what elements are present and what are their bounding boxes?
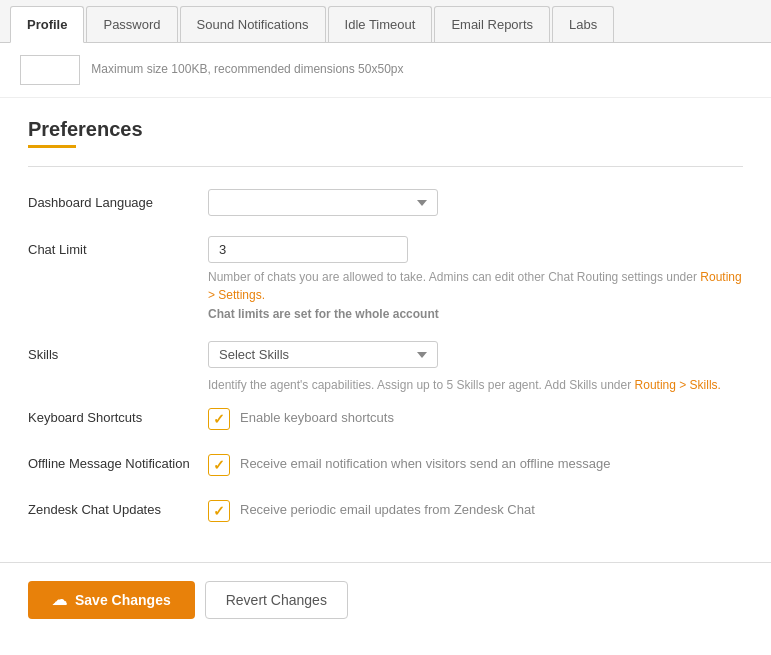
- offline-message-checkbox[interactable]: ✓: [208, 454, 230, 476]
- zendesk-updates-checkbox[interactable]: ✓: [208, 500, 230, 522]
- cloud-icon: ☁: [52, 591, 67, 609]
- chat-limit-field: Number of chats you are allowed to take.…: [208, 236, 743, 321]
- section-underline: [28, 145, 76, 148]
- zendesk-updates-row: Zendesk Chat Updates ✓ Receive periodic …: [28, 496, 743, 522]
- zendesk-updates-field: ✓ Receive periodic email updates from Ze…: [208, 496, 743, 522]
- revert-button[interactable]: Revert Changes: [205, 581, 348, 619]
- offline-message-field: ✓ Receive email notification when visito…: [208, 450, 743, 476]
- zendesk-updates-checkbox-row: ✓ Receive periodic email updates from Ze…: [208, 496, 743, 522]
- dashboard-language-field: [208, 189, 743, 216]
- zendesk-updates-text: Receive periodic email updates from Zend…: [240, 500, 535, 517]
- chat-limit-row: Chat Limit Number of chats you are allow…: [28, 236, 743, 321]
- save-button-label: Save Changes: [75, 592, 171, 608]
- dashboard-language-row: Dashboard Language: [28, 189, 743, 216]
- tab-email-reports[interactable]: Email Reports: [434, 6, 550, 42]
- skills-help-text1: Identify the agent's capabilities. Assig…: [208, 378, 631, 392]
- offline-message-checkmark: ✓: [213, 458, 225, 472]
- tab-password[interactable]: Password: [86, 6, 177, 42]
- keyboard-shortcuts-text: Enable keyboard shortcuts: [240, 408, 394, 425]
- zendesk-updates-checkmark: ✓: [213, 504, 225, 518]
- tab-profile[interactable]: Profile: [10, 6, 84, 43]
- dashboard-language-label: Dashboard Language: [28, 189, 208, 210]
- avatar-hint-area: Maximum size 100KB, recommended dimensio…: [0, 43, 771, 98]
- zendesk-updates-label: Zendesk Chat Updates: [28, 496, 208, 517]
- skills-label: Skills: [28, 341, 208, 362]
- tab-idle-timeout[interactable]: Idle Timeout: [328, 6, 433, 42]
- tab-sound-notifications[interactable]: Sound Notifications: [180, 6, 326, 42]
- chat-limit-label: Chat Limit: [28, 236, 208, 257]
- section-title: Preferences: [28, 118, 743, 141]
- dashboard-language-select[interactable]: [208, 189, 438, 216]
- section-divider: [28, 166, 743, 167]
- skills-field: Select Skills Identify the agent's capab…: [208, 341, 743, 394]
- keyboard-shortcuts-label: Keyboard Shortcuts: [28, 404, 208, 425]
- skills-row: Skills Select Skills Identify the agent'…: [28, 341, 743, 394]
- chat-limit-help: Number of chats you are allowed to take.…: [208, 268, 743, 304]
- button-bar: ☁ Save Changes Revert Changes: [0, 562, 771, 637]
- chat-limit-input[interactable]: [208, 236, 408, 263]
- tab-navigation: Profile Password Sound Notifications Idl…: [0, 0, 771, 43]
- keyboard-shortcuts-field: ✓ Enable keyboard shortcuts: [208, 404, 743, 430]
- keyboard-shortcuts-row: Keyboard Shortcuts ✓ Enable keyboard sho…: [28, 404, 743, 430]
- keyboard-shortcuts-checkbox-row: ✓ Enable keyboard shortcuts: [208, 404, 743, 430]
- save-button[interactable]: ☁ Save Changes: [28, 581, 195, 619]
- offline-message-label: Offline Message Notification: [28, 450, 208, 471]
- skills-select[interactable]: Select Skills: [208, 341, 438, 368]
- routing-skills-link[interactable]: Routing > Skills.: [635, 378, 721, 392]
- chat-limit-help-bold: Chat limits are set for the whole accoun…: [208, 307, 743, 321]
- offline-message-checkbox-row: ✓ Receive email notification when visito…: [208, 450, 743, 476]
- main-content: Preferences Dashboard Language Chat Limi…: [0, 98, 771, 562]
- skills-help: Identify the agent's capabilities. Assig…: [208, 376, 743, 394]
- keyboard-shortcuts-checkmark: ✓: [213, 412, 225, 426]
- chat-limit-help-text1: Number of chats you are allowed to take.…: [208, 270, 697, 284]
- offline-message-row: Offline Message Notification ✓ Receive e…: [28, 450, 743, 476]
- keyboard-shortcuts-checkbox[interactable]: ✓: [208, 408, 230, 430]
- tab-labs[interactable]: Labs: [552, 6, 614, 42]
- offline-message-text: Receive email notification when visitors…: [240, 454, 610, 471]
- avatar-hint-text: Maximum size 100KB, recommended dimensio…: [91, 62, 403, 76]
